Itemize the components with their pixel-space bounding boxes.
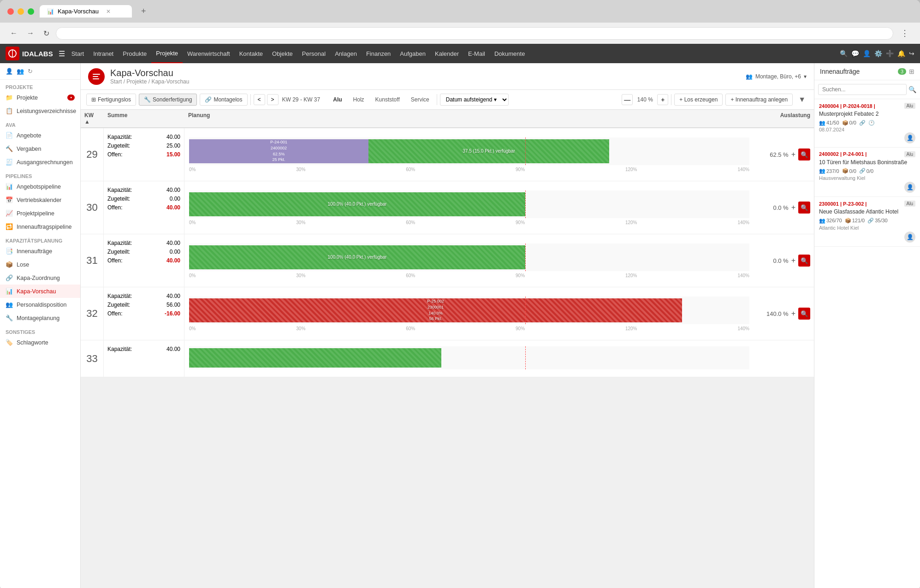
montagelos-button[interactable]: 🔗 Montagelos bbox=[200, 94, 247, 106]
material-kunststoff[interactable]: Kunststoff bbox=[371, 95, 404, 105]
percent-search-32[interactable]: 🔍 bbox=[798, 308, 810, 320]
user-settings-icon[interactable]: ↻ bbox=[28, 68, 33, 75]
user-icon[interactable]: 👤 bbox=[863, 50, 871, 57]
percent-add-29[interactable]: + bbox=[791, 150, 795, 159]
sidebar-item-projekte[interactable]: 📁 Projekte • bbox=[0, 91, 80, 104]
nav-item-finanzen[interactable]: Finanzen bbox=[362, 44, 395, 63]
right-panel-search-button[interactable]: 🔍 bbox=[908, 86, 916, 93]
maximize-button[interactable] bbox=[28, 8, 34, 15]
link-icon: 🔗 bbox=[6, 274, 13, 281]
nav-item-anlagen[interactable]: Anlagen bbox=[330, 44, 362, 63]
settings-icon[interactable]: ⚙️ bbox=[874, 50, 882, 57]
sidebar-item-angebote[interactable]: 📄 Angebote bbox=[0, 129, 80, 142]
los-erzeugen-button[interactable]: + Los erzeugen bbox=[674, 94, 723, 106]
sidebar-item-kapazuordnung[interactable]: 🔗 Kapa-Zuordnung bbox=[0, 271, 80, 285]
nav-item-email[interactable]: E-Mail bbox=[463, 44, 490, 63]
innenauftrag-item-1[interactable]: 2400004 | P-2024-0018 | Alu Musterprojek… bbox=[814, 99, 920, 148]
sidebar-item-vergaben[interactable]: 🔨 Vergaben bbox=[0, 142, 80, 155]
forward-button[interactable]: → bbox=[24, 27, 37, 39]
sidebar-item-lose[interactable]: 📦 Lose bbox=[0, 258, 80, 271]
sidebar-item-innenauftraege[interactable]: 📑 Innenaufträge bbox=[0, 244, 80, 258]
add-icon[interactable]: ➕ bbox=[886, 50, 894, 57]
innenauftrag-item-2[interactable]: 2400002 | P-24-001 | Alu 10 Türen für Mi… bbox=[814, 148, 920, 197]
hamburger-menu[interactable]: ☰ bbox=[59, 49, 65, 58]
back-button[interactable]: ← bbox=[7, 27, 20, 39]
bell-icon[interactable]: 🔔 bbox=[897, 50, 905, 57]
nav-item-warenwirtschaft[interactable]: Warenwirtschaft bbox=[183, 44, 235, 63]
sidebar-label-kapavorschau: Kapa-Vorschau bbox=[17, 288, 56, 295]
nav-item-aufgaben[interactable]: Aufgaben bbox=[395, 44, 430, 63]
header-planung: Planung bbox=[184, 112, 754, 125]
browser-tab[interactable]: 📊 Kapa-Vorschau ✕ bbox=[40, 5, 132, 18]
search-icon[interactable]: 🔍 bbox=[840, 50, 848, 57]
nav-item-kalender[interactable]: Kalender bbox=[430, 44, 463, 63]
logout-icon[interactable]: ↪ bbox=[909, 50, 914, 57]
percent-add-32[interactable]: + bbox=[791, 309, 795, 318]
close-button[interactable] bbox=[7, 8, 14, 15]
sidebar-item-kapavorschau[interactable]: 📊 Kapa-Vorschau bbox=[0, 285, 80, 298]
percent-search-29[interactable]: 🔍 bbox=[798, 148, 810, 160]
innenauftrag-item-3[interactable]: 2300001 | P-23-002 | Alu Neue Glasfassad… bbox=[814, 197, 920, 247]
sidebar-item-angebotspipeline[interactable]: 📊 Angebotspipeline bbox=[0, 180, 80, 193]
workspace-selector[interactable]: 👥 Montage, Büro, +6 ▾ bbox=[746, 73, 807, 80]
nav-item-dokumente[interactable]: Dokumente bbox=[490, 44, 529, 63]
page-header: Kapa-Vorschau Start / Projekte / Kapa-Vo… bbox=[81, 63, 814, 90]
browser-more-button[interactable]: ⋮ bbox=[897, 26, 913, 40]
reload-button[interactable]: ↻ bbox=[41, 27, 52, 40]
nav-item-kontakte[interactable]: Kontakte bbox=[235, 44, 267, 63]
week-next-button[interactable]: > bbox=[267, 94, 279, 105]
zugeteilt-row-32: Zugeteilt:56.00 bbox=[107, 302, 180, 308]
percent-area-30: 0.0 % + 🔍 bbox=[754, 181, 814, 234]
sidebar-item-ausgangsrechnungen[interactable]: 🧾 Ausgangsrechnungen bbox=[0, 155, 80, 169]
sidebar-label-projekte: Projekte bbox=[17, 95, 38, 101]
ia-item-1-header: 2400004 | P-2024-0018 | Alu bbox=[819, 103, 915, 109]
breadcrumb-projekte[interactable]: Projekte bbox=[126, 78, 147, 85]
summary-32: Kapazität:40.00 Zugeteilt:56.00 Offen: -… bbox=[104, 287, 184, 340]
kapa-rows-scroll[interactable]: 29 Kapazität: 40.00 Zugeteilt: 25.00 bbox=[81, 128, 814, 588]
capacity-line-32 bbox=[525, 297, 526, 324]
zoom-in-button[interactable]: + bbox=[657, 94, 668, 105]
sidebar-item-projektpipeline[interactable]: 📈 Projektpipeline bbox=[0, 207, 80, 220]
sidebar-item-leistungsverzeichnisse[interactable]: 📋 Leistungsverzeichnisse bbox=[0, 104, 80, 118]
breadcrumb-current: Kapa-Vorschau bbox=[151, 78, 189, 85]
right-panel-search-input[interactable] bbox=[818, 84, 907, 95]
nav-item-projekte[interactable]: Projekte bbox=[151, 44, 183, 63]
header-kw[interactable]: KW ▲ bbox=[81, 112, 104, 125]
nav-item-personal[interactable]: Personal bbox=[297, 44, 330, 63]
nav-item-produkte[interactable]: Produkte bbox=[118, 44, 151, 63]
right-panel: Innenaufträge 3 ⊞ 🔍 2400004 | P-2024-001… bbox=[814, 63, 920, 588]
sort-select[interactable]: Datum aufsteigend ▾ Datum absteigend bbox=[440, 94, 509, 106]
week-prev-button[interactable]: < bbox=[254, 94, 265, 105]
sidebar-item-schlagworte[interactable]: 🏷️ Schlagworte bbox=[0, 336, 80, 349]
minimize-button[interactable] bbox=[18, 8, 24, 15]
nav-item-start[interactable]: Start bbox=[67, 44, 89, 63]
material-alu[interactable]: Alu bbox=[328, 95, 346, 105]
innenauftrag-anlegen-button[interactable]: + Innenauftrag anlegen bbox=[725, 94, 793, 106]
chat-icon[interactable]: 💬 bbox=[851, 50, 859, 57]
right-panel-grid-icon[interactable]: ⊞ bbox=[909, 68, 914, 75]
fertigungslos-button[interactable]: ⊞ Fertigungslos bbox=[86, 94, 136, 106]
sidebar-item-montageplanung[interactable]: 🔧 Montageplanung bbox=[0, 311, 80, 325]
kapa-table-header: KW ▲ Summe Planung Auslastung bbox=[81, 110, 814, 128]
sidebar-item-innenauftragspipeline[interactable]: 🔁 Innenauftragspipeline bbox=[0, 220, 80, 233]
material-holz[interactable]: Holz bbox=[349, 95, 369, 105]
sidebar-item-vertriebskalender[interactable]: 📅 Vertriebskalender bbox=[0, 193, 80, 207]
sonderfertigung-button[interactable]: 🔧 Sonderfertigung bbox=[139, 94, 197, 106]
svg-rect-3 bbox=[93, 76, 98, 77]
percent-search-30[interactable]: 🔍 bbox=[798, 202, 810, 214]
address-bar[interactable] bbox=[56, 27, 893, 40]
breadcrumb-start[interactable]: Start bbox=[110, 78, 122, 85]
tab-close-icon[interactable]: ✕ bbox=[106, 8, 111, 15]
percent-search-31[interactable]: 🔍 bbox=[798, 255, 810, 267]
percent-add-31[interactable]: + bbox=[791, 256, 795, 265]
sidebar-item-personaldisposition[interactable]: 👥 Personaldisposition bbox=[0, 298, 80, 311]
material-service[interactable]: Service bbox=[406, 95, 434, 105]
percent-add-30[interactable]: + bbox=[791, 203, 795, 212]
user-add-icon[interactable]: 👥 bbox=[17, 68, 24, 75]
nav-item-objekte[interactable]: Objekte bbox=[267, 44, 297, 63]
new-tab-button[interactable]: + bbox=[137, 5, 150, 18]
filter-icon[interactable]: ▼ bbox=[795, 95, 808, 105]
zoom-out-button[interactable]: — bbox=[622, 94, 633, 105]
sidebar-section-pipelines: Pipelines bbox=[0, 171, 80, 180]
nav-item-intranet[interactable]: Intranet bbox=[89, 44, 118, 63]
